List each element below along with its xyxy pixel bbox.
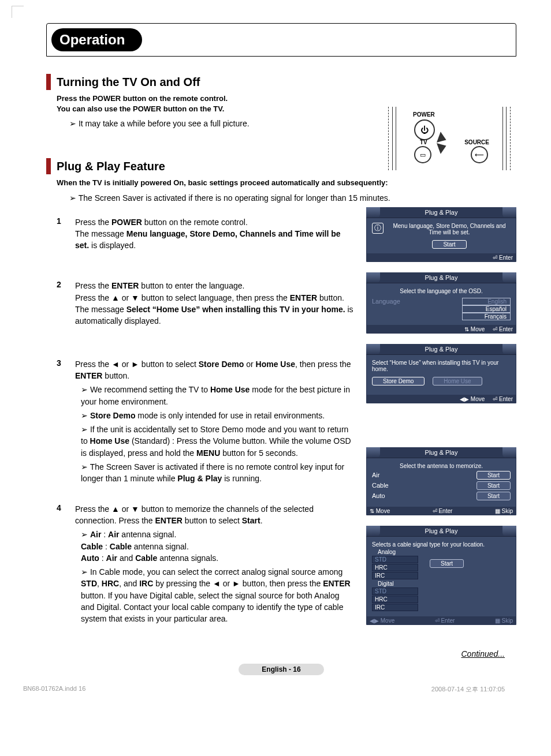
substep: Air : Air antenna signal.Cable : Cable a… (81, 529, 355, 564)
panel-edge (396, 107, 396, 170)
osd-footer: ◀▶ Move ⏎ Enter ▦ Skip (366, 616, 516, 625)
substep: If the unit is accidentally set to Store… (81, 424, 355, 459)
step-2: 2 Press the ENTER button to enter the la… (57, 280, 355, 327)
enter-hint: ⏎ Enter (433, 508, 453, 514)
skip-hint: ▦ Skip (495, 508, 513, 514)
osd-message: Select the antenna to memorize. (372, 463, 511, 469)
power-label: POWER (413, 111, 435, 118)
osd-footer: ⇅ Move ⏎ Enter ▦ Skip (366, 507, 516, 515)
tv-label: TV (420, 139, 427, 145)
start-button[interactable]: Start (432, 240, 466, 249)
page-number-pill: English - 16 (239, 664, 323, 675)
osd-message: Select the language of the OSD. (372, 288, 511, 294)
section-bar (46, 158, 51, 174)
substep: The Screen Saver is activated if there i… (81, 461, 355, 485)
arrow-icon (437, 140, 448, 154)
step-number: 1 (57, 216, 65, 252)
source-button[interactable]: ⟵ (471, 146, 488, 163)
note: The Screen Saver is activated if there i… (69, 193, 516, 203)
section-title: Turning the TV On and Off (57, 76, 200, 89)
osd-step2: Plug & Play Select the language of the O… (366, 272, 516, 334)
store-demo-button[interactable]: Store Demo (372, 377, 425, 386)
hrc-option[interactable]: HRC (372, 564, 418, 571)
substep: Store Demo mode is only intended for use… (81, 410, 355, 421)
osd-step4: Plug & Play Select the antenna to memori… (366, 447, 516, 515)
continued-label: Continued... (46, 649, 505, 658)
osd-title: Plug & Play (366, 344, 516, 355)
step-4: 4 Press the ▲ or ▼ button to memorize th… (57, 503, 355, 627)
source-label: SOURCE (464, 139, 489, 145)
irc-option[interactable]: IRC (372, 572, 418, 579)
print-time: 2008-07-14 오후 11:07:05 (431, 685, 505, 694)
skip-hint: ▦ Skip (495, 617, 513, 624)
section-bar (46, 74, 51, 90)
info-icon: ⓘ (372, 223, 384, 234)
print-file: BN68-01762A.indd 16 (23, 685, 85, 694)
osd-message: Menu language, Store Demo, Channels and … (388, 223, 511, 235)
lead-text: Press the POWER button on the remote con… (57, 93, 516, 104)
panel-edge (506, 107, 507, 170)
operation-header: Operation (46, 23, 516, 57)
digital-label: Digital (378, 581, 418, 587)
osd-step1: Plug & Play ⓘ Menu language, Store Demo,… (366, 207, 516, 262)
osd-footer: ⏎ Enter (366, 253, 516, 262)
move-hint: ◀▶ Move (460, 396, 485, 402)
step-3: 3 Press the ◄ or ► button to select Stor… (57, 358, 355, 487)
irc-option[interactable]: IRC (372, 604, 418, 611)
enter-hint: ⏎ Enter (493, 255, 513, 261)
language-options[interactable]: English Español Français (462, 298, 511, 320)
std-option[interactable]: STD (372, 556, 418, 563)
start-button[interactable]: Start (476, 492, 511, 500)
section-turning-on-off: Turning the TV On and Off (46, 74, 516, 90)
power-button[interactable]: ⏻ (414, 119, 435, 140)
step-number: 2 (57, 280, 65, 327)
substep: We recommend setting the TV to Home Use … (81, 384, 355, 407)
start-button[interactable]: Start (430, 559, 464, 568)
crop-mark (12, 6, 24, 18)
page-footer: English - 16 (46, 664, 516, 673)
tv-panel-diagram: POWER ⏻ TV ▭ SOURCE ⟵ (388, 107, 511, 170)
panel-edge (392, 107, 393, 170)
start-button[interactable]: Start (476, 471, 511, 480)
step-number: 4 (57, 503, 65, 627)
print-info: BN68-01762A.indd 16 2008-07-14 오후 11:07:… (23, 685, 505, 694)
osd-title: Plug & Play (366, 526, 516, 537)
osd-message: Selects a cable signal type for your loc… (372, 541, 511, 548)
panel-edge (502, 107, 503, 170)
move-hint: ⇅ Move (370, 508, 390, 514)
std-option[interactable]: STD (372, 587, 418, 595)
tv-button[interactable]: ▭ (414, 146, 431, 163)
step-number: 3 (57, 358, 65, 487)
enter-hint: ⏎ Enter (493, 326, 513, 332)
osd-message: Select “Home Use” when installing this T… (372, 360, 511, 372)
enter-hint: ⏎ Enter (493, 396, 513, 402)
osd-title: Plug & Play (366, 207, 516, 218)
substep: In Cable mode, you can select the correc… (81, 566, 355, 624)
enter-hint: ⏎ Enter (435, 617, 455, 624)
move-hint: ◀▶ Move (370, 617, 394, 624)
step-1: 1 Press the POWER button on the remote c… (57, 216, 355, 252)
section-title: Plug & Play Feature (57, 160, 165, 173)
osd-title: Plug & Play (366, 272, 516, 283)
osd-title: Plug & Play (366, 447, 516, 458)
osd-footer: ◀▶ Move ⏎ Enter (366, 395, 516, 403)
hrc-option[interactable]: HRC (372, 596, 418, 603)
start-button[interactable]: Start (476, 481, 511, 490)
language-label: Language (372, 298, 462, 320)
osd-footer: ⇅ Move ⏎ Enter (366, 325, 516, 334)
lead-text: When the TV is initially powered On, bas… (57, 178, 516, 188)
home-use-button[interactable]: Home Use (433, 377, 482, 386)
osd-step3: Plug & Play Select “Home Use” when insta… (366, 344, 516, 403)
move-hint: ⇅ Move (464, 326, 485, 332)
page-title: Operation (51, 28, 142, 51)
osd-step5: Plug & Play Selects a cable signal type … (366, 526, 516, 625)
analog-label: Analog (378, 549, 418, 555)
